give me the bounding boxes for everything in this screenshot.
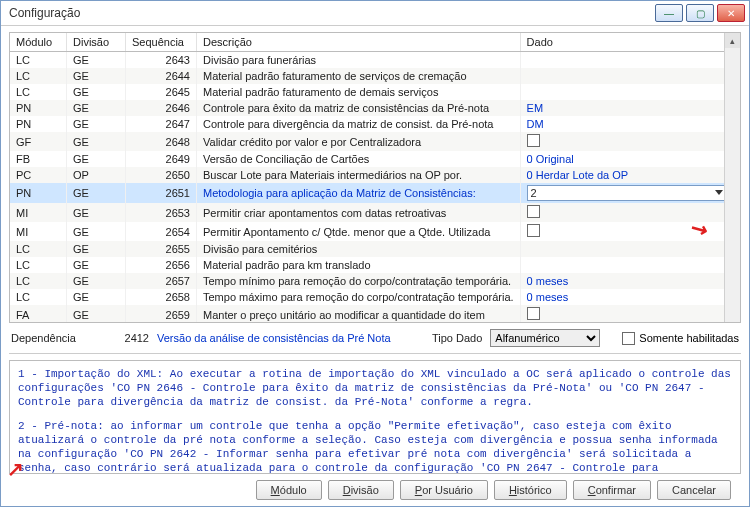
table-row[interactable]: LCGE2645Material padrão faturamento de d…	[10, 84, 740, 100]
divisao-button[interactable]: Divisão	[328, 480, 394, 500]
cell: FA	[10, 305, 67, 323]
cell-dado[interactable]: EM	[520, 100, 739, 116]
cell: LC	[10, 68, 67, 84]
table-row[interactable]: GFGE2648Validar crédito por valor e por …	[10, 132, 740, 151]
cell-dado[interactable]	[520, 132, 739, 151]
dependencia-desc[interactable]: Versão da análise de consistências da Pr…	[157, 332, 424, 344]
cell: GE	[67, 52, 126, 69]
col-modulo[interactable]: Módulo	[10, 33, 67, 52]
table-row[interactable]: LCGE2643Divisão para funerárias	[10, 52, 740, 69]
cell: Manter o preço unitário ao modificar a q…	[197, 305, 521, 323]
cell: LC	[10, 241, 67, 257]
cell: 2656	[126, 257, 197, 273]
table-row[interactable]: FAGE2659Manter o preço unitário ao modif…	[10, 305, 740, 323]
tipo-dado-select[interactable]: Alfanumérico	[490, 329, 600, 347]
cell: 2649	[126, 151, 197, 167]
table-row[interactable]: FBGE2649Versão de Conciliação de Cartões…	[10, 151, 740, 167]
confirmar-button[interactable]: Confirmar	[573, 480, 651, 500]
note-1: 1 - Importação do XML: Ao executar a rot…	[18, 367, 732, 409]
cell: GE	[67, 203, 126, 222]
cell: Buscar Lote para Materiais intermediário…	[197, 167, 521, 183]
cell: GE	[67, 132, 126, 151]
maximize-icon[interactable]: ▢	[686, 4, 714, 22]
note-2: 2 - Pré-nota: ao informar um controle qu…	[18, 419, 732, 474]
checkbox-icon[interactable]	[622, 332, 635, 345]
cell-dado[interactable]: 0 Herdar Lote da OP	[520, 167, 739, 183]
cell: 2646	[126, 100, 197, 116]
cell: GE	[67, 183, 126, 203]
cell-dado[interactable]: DM	[520, 116, 739, 132]
table-row[interactable]: MIGE2653Permitir criar apontamentos com …	[10, 203, 740, 222]
somente-habilitadas-checkbox[interactable]: Somente habilitadas	[622, 332, 739, 345]
cell: 2653	[126, 203, 197, 222]
cell-dado[interactable]	[520, 305, 739, 323]
cell: Controle para divergência da matriz de c…	[197, 116, 521, 132]
table-row[interactable]: PNGE2646Controle para êxito da matriz de…	[10, 100, 740, 116]
table-row[interactable]: LCGE2658Tempo máximo para remoção do cor…	[10, 289, 740, 305]
cell: 2654	[126, 222, 197, 241]
checkbox-icon[interactable]	[527, 307, 540, 320]
config-grid[interactable]: Módulo Divisão Sequência Descrição Dado …	[9, 32, 741, 323]
cell: MI	[10, 203, 67, 222]
cell: 2647	[126, 116, 197, 132]
table-row[interactable]: LCGE2655Divisão para cemitérios	[10, 241, 740, 257]
col-sequencia[interactable]: Sequência	[126, 33, 197, 52]
cell: PC	[10, 167, 67, 183]
cell-dado	[520, 241, 739, 257]
cell-dado[interactable]: 2	[520, 183, 739, 203]
cell: 2657	[126, 273, 197, 289]
cell: PN	[10, 100, 67, 116]
col-divisao[interactable]: Divisão	[67, 33, 126, 52]
col-dado[interactable]: Dado	[520, 33, 739, 52]
cell: Divisão para cemitérios	[197, 241, 521, 257]
close-icon[interactable]: ✕	[717, 4, 745, 22]
button-bar: Módulo Divisão Por Usuário Histórico Con…	[9, 474, 741, 506]
cell-dado[interactable]: 0 meses	[520, 273, 739, 289]
table-row[interactable]: PNGE2647Controle para divergência da mat…	[10, 116, 740, 132]
modulo-button[interactable]: Módulo	[256, 480, 322, 500]
table-row[interactable]: MIGE2654Permitir Apontamento c/ Qtde. me…	[10, 222, 740, 241]
cell: Metodologia para aplicação da Matriz de …	[197, 183, 521, 203]
checkbox-icon[interactable]	[527, 205, 540, 218]
table-row[interactable]: LCGE2656Material padrão para km translad…	[10, 257, 740, 273]
cell: Tempo máximo para remoção do corpo/contr…	[197, 289, 521, 305]
minimize-icon[interactable]: —	[655, 4, 683, 22]
cell: GF	[10, 132, 67, 151]
cell: Permitir criar apontamentos com datas re…	[197, 203, 521, 222]
tipo-dado-label: Tipo Dado	[432, 332, 482, 344]
cell: 2655	[126, 241, 197, 257]
cell: GE	[67, 116, 126, 132]
cell-dado[interactable]: 0 Original	[520, 151, 739, 167]
historico-button[interactable]: Histórico	[494, 480, 567, 500]
table-row[interactable]: PNGE2651Metodologia para aplicação da Ma…	[10, 183, 740, 203]
cell: FB	[10, 151, 67, 167]
checkbox-icon[interactable]	[527, 224, 540, 237]
cell: Material padrão para km translado	[197, 257, 521, 273]
cell: Permitir Apontamento c/ Qtde. menor que …	[197, 222, 521, 241]
cell-dado	[520, 52, 739, 69]
cell: LC	[10, 52, 67, 69]
cell: LC	[10, 273, 67, 289]
por-usuario-button[interactable]: Por Usuário	[400, 480, 488, 500]
cell: 2648	[126, 132, 197, 151]
vertical-scrollbar[interactable]: ▴	[724, 33, 740, 322]
scroll-up-icon[interactable]: ▴	[725, 33, 740, 48]
dado-dropdown[interactable]: 2	[527, 185, 726, 201]
cell: PN	[10, 116, 67, 132]
cell-dado[interactable]	[520, 203, 739, 222]
table-row[interactable]: PCOP2650Buscar Lote para Materiais inter…	[10, 167, 740, 183]
col-descricao[interactable]: Descrição	[197, 33, 521, 52]
table-row[interactable]: LCGE2657Tempo mínimo para remoção do cor…	[10, 273, 740, 289]
cell: GE	[67, 151, 126, 167]
cancelar-button[interactable]: Cancelar	[657, 480, 731, 500]
cell-dado	[520, 68, 739, 84]
cell-dado[interactable]	[520, 222, 739, 241]
cell: Material padrão faturamento de demais se…	[197, 84, 521, 100]
cell-dado[interactable]: 0 meses	[520, 289, 739, 305]
dependencia-num: 2412	[99, 332, 149, 344]
window-controls: — ▢ ✕	[655, 4, 745, 22]
cell: Controle para êxito da matriz de consist…	[197, 100, 521, 116]
cell-dado	[520, 257, 739, 273]
checkbox-icon[interactable]	[527, 134, 540, 147]
table-row[interactable]: LCGE2644Material padrão faturamento de s…	[10, 68, 740, 84]
